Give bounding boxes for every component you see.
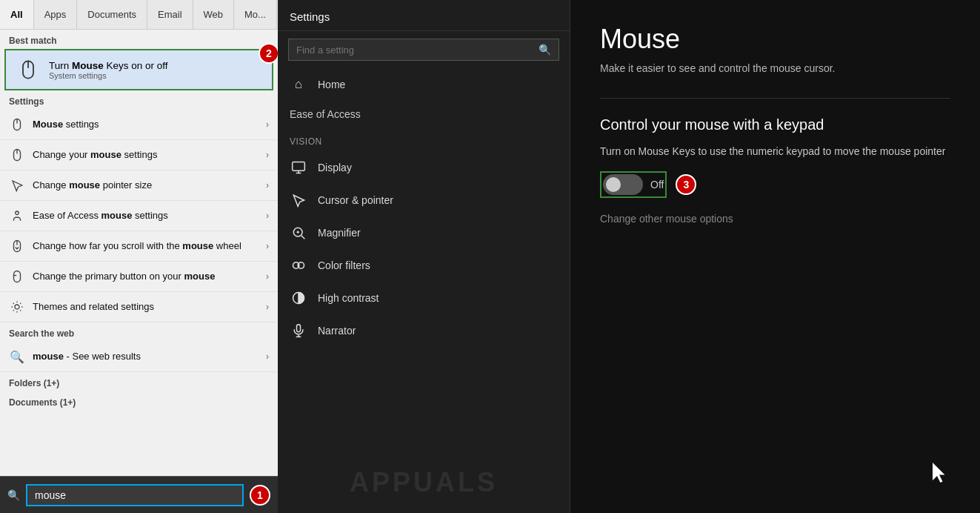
best-match-icon (15, 56, 41, 83)
ease-of-access-label: Ease of Access (278, 101, 570, 126)
nav-magnifier[interactable]: Magnifier (278, 216, 570, 249)
list-item[interactable]: Change the primary button on your mouse … (0, 262, 278, 292)
tab-more[interactable]: Mo... (234, 0, 277, 29)
list-item[interactable]: Change your mouse settings › (0, 140, 278, 171)
chevron-icon: › (266, 271, 269, 282)
settings-section-label: Settings (0, 90, 278, 110)
list-item-label: Change the primary button on your mouse (33, 270, 266, 283)
chevron-icon: › (266, 180, 269, 191)
nav-home-label: Home (318, 79, 345, 90)
search-bar-icon: 🔍 (7, 489, 20, 501)
list-item-label: Change how far you scroll with the mouse… (33, 239, 266, 253)
best-match-item[interactable]: Turn Mouse Keys on or off System setting… (4, 49, 273, 90)
folders-label: Folders (1+) (0, 372, 278, 391)
tab-apps[interactable]: Apps (34, 0, 78, 29)
nav-high-contrast-label: High contrast (318, 292, 379, 304)
mid-panel-header: Settings (278, 0, 570, 31)
list-item[interactable]: Themes and related settings › (0, 292, 278, 322)
nav-display-label: Display (318, 162, 352, 173)
tab-email[interactable]: Email (147, 0, 193, 29)
nav-high-contrast[interactable]: High contrast (278, 282, 570, 314)
chevron-icon: › (266, 351, 269, 362)
cursor-indicator (933, 463, 950, 489)
home-icon: ⌂ (290, 76, 307, 93)
chevron-icon: › (266, 211, 269, 221)
list-item[interactable]: Ease of Access mouse settings › (0, 201, 278, 231)
list-item[interactable]: Change mouse pointer size › (0, 171, 278, 201)
theme-icon (9, 299, 25, 315)
nav-color-filters-label: Color filters (318, 259, 370, 271)
scroll-icon (9, 238, 25, 254)
right-panel: Mouse Make it easier to see and control … (570, 0, 980, 513)
description-text: Turn on Mouse Keys to use the numeric ke… (600, 144, 950, 159)
nav-color-filters[interactable]: Color filters (278, 249, 570, 282)
divider (600, 98, 950, 99)
chevron-icon: › (266, 302, 269, 312)
list-item[interactable]: Mouse settings › (0, 110, 278, 140)
web-search-label: Search the web (0, 322, 278, 342)
mouse-button-icon (9, 268, 25, 285)
nav-display[interactable]: Display (278, 151, 570, 184)
best-match-subtitle: System settings (49, 71, 168, 80)
chevron-icon: › (266, 150, 269, 160)
change-other-mouse-options-link[interactable]: Change other mouse options (600, 213, 950, 225)
mouse-icon (9, 116, 25, 133)
best-match-title: Turn Mouse Keys on or off (49, 60, 168, 71)
nav-home[interactable]: ⌂ Home (278, 68, 570, 101)
display-icon (290, 159, 307, 176)
find-setting-input[interactable] (296, 44, 539, 56)
web-search-item-label: mouse - See web results (33, 350, 266, 363)
search-icon: 🔍 (9, 348, 25, 365)
search-tabs: All Apps Documents Email Web Mo... (0, 0, 278, 30)
tab-all[interactable]: All (0, 0, 34, 29)
search-bar: 🔍 1 (0, 476, 278, 513)
search-input[interactable] (26, 484, 244, 506)
color-filters-icon (290, 256, 307, 274)
list-item-label: Ease of Access mouse settings (33, 209, 266, 222)
mouse-keys-toggle[interactable] (603, 174, 643, 195)
nav-magnifier-label: Magnifier (318, 227, 361, 239)
best-match-text: Turn Mouse Keys on or off System setting… (49, 60, 168, 80)
page-title: Mouse (600, 24, 950, 55)
left-panel: All Apps Documents Email Web Mo... Best … (0, 0, 278, 513)
tab-web[interactable]: Web (193, 0, 235, 29)
best-match-label: Best match (0, 30, 278, 49)
badge-1: 1 (250, 485, 270, 506)
list-item-label: Mouse settings (33, 118, 266, 131)
narrator-icon (290, 322, 307, 340)
magnifier-icon (290, 224, 307, 242)
nav-cursor-label: Cursor & pointer (318, 194, 393, 206)
best-match-bold: Mouse (72, 60, 104, 71)
section-heading: Control your mouse with a keypad (600, 116, 950, 133)
chevron-icon: › (266, 241, 269, 251)
toggle-knob (606, 177, 621, 192)
list-item[interactable]: Change how far you scroll with the mouse… (0, 231, 278, 262)
watermark-text: APPUALS (350, 467, 498, 498)
results-content: Best match Turn Mouse Keys on or off Sys… (0, 30, 278, 476)
vision-label: Vision (278, 126, 570, 151)
find-setting-search-icon: 🔍 (539, 44, 551, 56)
list-item-label: Change your mouse settings (33, 148, 266, 162)
list-item-label: Themes and related settings (33, 300, 266, 314)
mouse-pointer-icon (9, 177, 25, 193)
watermark: APPUALS (278, 347, 570, 513)
badge-2: 2 (259, 43, 278, 64)
toggle-row: Off 3 (600, 171, 950, 198)
mid-search-bar[interactable]: 🔍 (288, 39, 559, 61)
mouse-keys-toggle-container: Off (600, 171, 667, 198)
high-contrast-icon (290, 289, 307, 307)
badge-3: 3 (676, 174, 696, 195)
nav-narrator-label: Narrator (318, 325, 356, 337)
nav-cursor[interactable]: Cursor & pointer (278, 184, 570, 216)
nav-narrator[interactable]: Narrator (278, 314, 570, 347)
list-item-label: Change mouse pointer size (33, 179, 266, 192)
svg-point-3 (16, 211, 19, 215)
web-search-item[interactable]: 🔍 mouse - See web results › (0, 342, 278, 372)
chevron-icon: › (266, 119, 269, 130)
mouse-icon (9, 147, 25, 163)
ease-access-icon (9, 208, 25, 224)
mid-panel: Settings 🔍 ⌂ Home Ease of Access Vision … (278, 0, 570, 513)
tab-documents[interactable]: Documents (77, 0, 147, 29)
svg-rect-6 (293, 162, 305, 171)
toggle-off-label: Off (650, 179, 664, 191)
